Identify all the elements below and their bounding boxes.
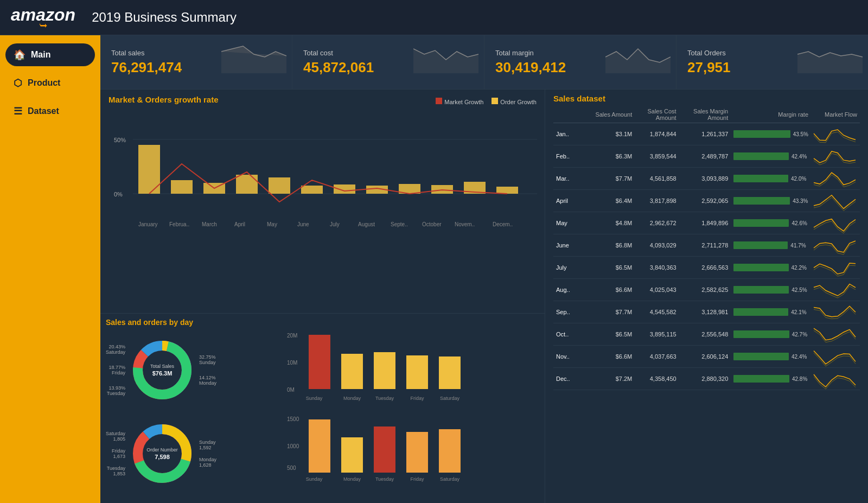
svg-text:Saturday: Saturday — [440, 396, 460, 401]
cell-sales: $6.6M — [580, 346, 635, 368]
table-row: May $4.8M 2,962,672 1,849,896 42.6% — [553, 212, 860, 234]
cell-cost: 1,874,844 — [635, 123, 679, 145]
kpi-total-margin-sparkline — [605, 41, 671, 73]
page-title: 2019 Business Summary — [92, 10, 237, 25]
sales-table-title: Sales dataset — [553, 94, 860, 103]
donut2: Order Number 7,598 — [130, 421, 195, 486]
product-icon: ⬡ — [14, 77, 22, 89]
svg-rect-58 — [309, 419, 330, 473]
svg-text:Sunday: Sunday — [306, 396, 323, 401]
sidebar-item-main[interactable]: 🏠 Main — [5, 43, 95, 66]
svg-rect-40 — [374, 352, 395, 389]
svg-text:Septe..: Septe.. — [391, 221, 408, 227]
cell-cost: 4,358,450 — [635, 368, 679, 390]
table-row: Mar.. $7.7M 4,561,858 3,093,889 42.0% — [553, 168, 860, 190]
cell-cost: 3,840,363 — [635, 257, 679, 279]
svg-text:March: March — [202, 221, 217, 227]
svg-text:Februa..: Februa.. — [169, 221, 189, 227]
cell-rate: 42.2% — [731, 257, 811, 279]
cell-cost: 4,025,043 — [635, 279, 679, 301]
kpi-total-sales: Total sales 76,291,474 — [100, 35, 292, 89]
sales-bar-chart: 20M 10M 0M Su — [219, 329, 539, 410]
cell-margin: 2,582,625 — [679, 279, 731, 301]
cell-sales: $6.3M — [580, 145, 635, 168]
main-layout: 🏠 Main ⬡ Product ☰ Dataset Total sales 7… — [0, 35, 868, 503]
svg-text:Novem..: Novem.. — [455, 221, 475, 227]
cell-rate: 42.6% — [731, 212, 811, 234]
growth-chart-title: Market & Orders growth rate — [108, 95, 219, 104]
table-header-row: Sales Amount Sales CostAmount Sales Marg… — [553, 106, 860, 123]
sidebar-item-product[interactable]: ⬡ Product — [5, 72, 95, 94]
cell-margin: 2,666,563 — [679, 257, 731, 279]
left-panel: Market & Orders growth rate Market Growt… — [100, 90, 545, 503]
sidebar-item-dataset[interactable]: ☰ Dataset — [5, 100, 95, 123]
cell-market-flow — [811, 279, 860, 301]
svg-rect-8 — [269, 177, 290, 194]
svg-text:Order Number: Order Number — [146, 447, 178, 453]
svg-rect-61 — [406, 432, 428, 473]
svg-text:April: April — [234, 221, 245, 227]
svg-text:0%: 0% — [114, 191, 123, 198]
donut1-sunday-label: 32.75%Sunday — [199, 354, 216, 365]
th-sales-amount: Sales Amount — [580, 106, 635, 123]
cell-rate: 42.1% — [731, 301, 811, 323]
cell-market-flow — [811, 123, 860, 145]
svg-text:10M: 10M — [287, 360, 297, 366]
svg-text:Saturday: Saturday — [440, 476, 460, 482]
cell-sales: $7.7M — [580, 301, 635, 323]
svg-rect-59 — [341, 437, 363, 473]
th-month — [553, 106, 580, 123]
cell-margin: 2,489,787 — [679, 145, 731, 168]
sidebar-main-label: Main — [31, 50, 50, 60]
legend-order: Order Growth — [492, 98, 537, 105]
cell-month: Dec.. — [553, 368, 580, 390]
svg-text:July: July — [330, 221, 340, 227]
svg-text:Sunday: Sunday — [306, 476, 323, 482]
cell-margin: 1,261,337 — [679, 123, 731, 145]
cell-sales: $7.7M — [580, 168, 635, 190]
cell-sales: $6.5M — [580, 323, 635, 346]
cell-sales: $3.1M — [580, 123, 635, 145]
orders-bar-chart: 1500 1000 500 — [219, 413, 539, 494]
kpi-total-orders: Total Orders 27,951 — [676, 35, 868, 89]
cell-month: May — [553, 212, 580, 234]
cell-cost: 3,895,115 — [635, 323, 679, 346]
svg-rect-9 — [301, 186, 323, 194]
cell-rate: 42.5% — [731, 279, 811, 301]
logo: amazon ⮩ — [11, 5, 75, 30]
cell-month: Aug.. — [553, 279, 580, 301]
cell-margin: 2,606,124 — [679, 346, 731, 368]
content: Total sales 76,291,474 Total cost 45,872… — [100, 35, 868, 503]
cell-month: Feb.. — [553, 145, 580, 168]
cell-market-flow — [811, 190, 860, 212]
sales-table-body: Jan.. $3.1M 1,874,844 1,261,337 43.5% Fe… — [553, 123, 860, 390]
svg-text:Monday: Monday — [343, 476, 361, 482]
svg-text:Decem..: Decem.. — [493, 221, 513, 227]
table-row: Nov.. $6.6M 4,037,663 2,606,124 42.4% — [553, 346, 860, 368]
th-market-flow: Market Flow — [811, 106, 860, 123]
cell-market-flow — [811, 168, 860, 190]
svg-rect-10 — [334, 184, 355, 194]
header: amazon ⮩ 2019 Business Summary — [0, 0, 868, 35]
cell-margin: 3,128,981 — [679, 301, 731, 323]
cell-margin: 2,880,320 — [679, 368, 731, 390]
cell-margin: 2,711,278 — [679, 234, 731, 257]
svg-text:$76.3M: $76.3M — [152, 370, 173, 377]
cell-sales: $6.5M — [580, 257, 635, 279]
sales-table: Sales Amount Sales CostAmount Sales Marg… — [553, 106, 860, 390]
cell-cost: 2,962,672 — [635, 212, 679, 234]
svg-rect-5 — [171, 180, 193, 194]
th-sales-cost: Sales CostAmount — [635, 106, 679, 123]
svg-rect-60 — [374, 426, 395, 473]
cell-month: July — [553, 257, 580, 279]
svg-text:October: October — [422, 221, 442, 227]
cell-month: Oct.. — [553, 323, 580, 346]
svg-rect-38 — [309, 335, 330, 389]
donut1-tuesday-label: 13.93%Tuesday — [106, 385, 125, 396]
table-row: Jan.. $3.1M 1,874,844 1,261,337 43.5% — [553, 123, 860, 145]
cell-market-flow — [811, 301, 860, 323]
table-row: Feb.. $6.3M 3,859,544 2,489,787 42.4% — [553, 145, 860, 168]
kpi-row: Total sales 76,291,474 Total cost 45,872… — [100, 35, 868, 90]
donut1: Total Sales $76.3M — [130, 338, 195, 403]
svg-text:June: June — [297, 221, 309, 227]
